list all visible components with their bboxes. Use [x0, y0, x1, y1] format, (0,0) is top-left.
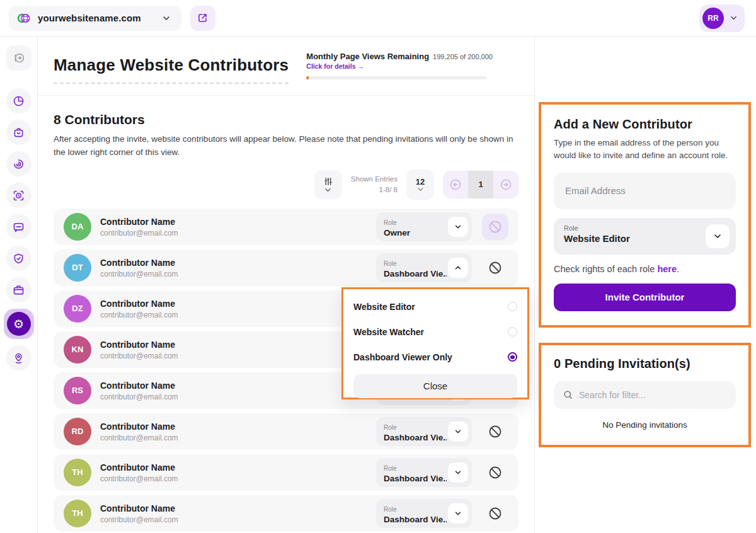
page-header: Manage Website Contributors Monthly Page…: [38, 37, 534, 96]
role-select[interactable]: Role Dashboard Vie...: [376, 253, 472, 282]
sidebar-item-monitoring[interactable]: [6, 183, 32, 208]
chevron-down-icon: [324, 188, 331, 193]
role-select[interactable]: Role Dashboard Vie...: [376, 499, 472, 528]
role-select[interactable]: Role Owner: [376, 212, 472, 241]
role-label: Role: [384, 465, 397, 472]
contributor-name: Contributor Name: [100, 503, 175, 513]
invite-contributor-button[interactable]: Invite Contributor: [554, 284, 736, 311]
page-size-select[interactable]: 12: [406, 169, 434, 200]
role-value: Dashboard Vie...: [384, 515, 447, 524]
sidebar-item-store[interactable]: [6, 120, 32, 145]
usage-title: Monthly Page Views Remaining: [306, 52, 429, 61]
role-select[interactable]: Role Dashboard Vie...: [376, 417, 472, 446]
user-menu[interactable]: RR: [699, 4, 745, 32]
contributor-email: contributor@email.com: [100, 474, 178, 483]
sidebar-item-analytics[interactable]: [6, 88, 32, 113]
contributor-email: contributor@email.com: [100, 352, 178, 360]
sidebar-item-security[interactable]: [6, 246, 32, 271]
avatar: RS: [64, 377, 91, 404]
avatar: DT: [64, 254, 91, 282]
chevron-down-icon: [161, 13, 171, 23]
panel-title: 0 Pending Invitation(s): [554, 357, 736, 371]
usage-progress-fill: [306, 76, 309, 79]
contributor-list: DA Contributor Namecontributor@email.com…: [54, 209, 518, 532]
avatar: TH: [64, 500, 91, 527]
pending-invitations-panel: 0 Pending Invitation(s) No Pending invit…: [539, 343, 751, 447]
role-value: Website Editor: [564, 233, 726, 244]
role-option-label: Website Editor: [353, 302, 415, 312]
remove-contributor-button[interactable]: [482, 418, 508, 445]
shield-check-icon: [12, 252, 25, 265]
globe-icon: [16, 11, 32, 26]
remove-contributor-button[interactable]: [482, 459, 508, 486]
close-button[interactable]: Close: [353, 374, 517, 398]
role-option-label: Dashboard Viewer Only: [353, 352, 452, 362]
external-link-icon: [197, 12, 209, 24]
panel-title: Add a New Contributor: [554, 117, 736, 132]
filter-button[interactable]: [314, 170, 342, 199]
sidebar-item-collapse[interactable]: [6, 45, 32, 71]
contributor-name: Contributor Name: [100, 217, 175, 227]
avatar: DA: [64, 213, 91, 241]
remove-contributor-button[interactable]: [482, 255, 508, 281]
shopping-bag-icon: [12, 126, 25, 139]
role-value: Dashboard Vie...: [384, 433, 447, 442]
shown-entries-label: Shown Entries: [351, 174, 398, 185]
chevron-up-icon: [448, 258, 468, 278]
sidebar-item-messages[interactable]: [6, 214, 32, 239]
sidebar-item-location[interactable]: [6, 345, 32, 370]
pagination: 1: [443, 171, 518, 198]
role-option-website-editor[interactable]: Website Editor: [353, 294, 517, 319]
next-page-button[interactable]: [493, 171, 518, 198]
email-field[interactable]: [554, 173, 736, 209]
right-column: Add a New Contributor Type in the email …: [534, 37, 756, 533]
role-popup: Website Editor Website Watcher Dashboard…: [341, 287, 529, 399]
avatar: DZ: [64, 295, 91, 323]
chevron-down-icon: [448, 421, 468, 442]
usage-details-link[interactable]: Click for details →: [306, 62, 486, 70]
scan-focus-icon: [12, 189, 25, 202]
remove-contributor-button[interactable]: [482, 214, 508, 240]
contributor-email: contributor@email.com: [100, 393, 178, 401]
avatar: KN: [64, 336, 91, 364]
usage-progress-bar: [306, 76, 486, 79]
radio-icon[interactable]: [508, 327, 517, 336]
role-option-website-watcher[interactable]: Website Watcher: [353, 319, 517, 345]
contributor-name: Contributor Name: [100, 381, 175, 391]
remove-contributor-button[interactable]: [482, 500, 508, 527]
role-value: Dashboard Vie...: [384, 269, 447, 278]
radio-icon[interactable]: [508, 302, 517, 311]
role-label: Role: [564, 224, 726, 232]
shown-entries-value: 1-8/ 8: [351, 185, 398, 195]
page-title: Manage Website Contributors: [54, 55, 289, 84]
sidebar-item-business[interactable]: [6, 277, 32, 302]
role-label: Role: [384, 424, 397, 431]
contributors-section: 8 Contributors After accepting the invit…: [38, 96, 534, 532]
check-rights-text: Check rights of each role here.: [554, 264, 736, 274]
sidebar-item-performance[interactable]: [6, 151, 32, 176]
contributor-email: contributor@email.com: [100, 229, 178, 238]
chevron-down-icon: [448, 503, 468, 524]
usage-value: 199,205 of 200,000: [433, 53, 493, 60]
sidebar-item-settings[interactable]: ⚙: [4, 309, 34, 339]
search-input[interactable]: [579, 390, 727, 400]
add-contributor-panel: Add a New Contributor Type in the email …: [539, 102, 751, 328]
radio-icon[interactable]: [508, 352, 517, 362]
prev-page-button[interactable]: [443, 171, 468, 198]
role-label: Role: [384, 260, 397, 267]
rights-link[interactable]: here: [657, 264, 677, 274]
open-website-button[interactable]: [190, 6, 215, 31]
search-icon: [563, 389, 573, 400]
role-select[interactable]: Role Website Editor: [554, 218, 736, 255]
current-page: 1: [468, 171, 493, 198]
table-row: TH Contributor Namecontributor@email.com…: [54, 495, 518, 532]
role-value: Owner: [384, 228, 447, 238]
role-option-dashboard-viewer-only[interactable]: Dashboard Viewer Only: [353, 345, 517, 370]
usage-widget: Monthly Page Views Remaining 199,205 of …: [306, 52, 486, 79]
role-select[interactable]: Role Dashboard Vie...: [376, 458, 472, 487]
panel-description: Type in the email address of the person …: [554, 137, 736, 163]
table-row: RD Contributor Namecontributor@email.com…: [54, 413, 518, 450]
website-selector[interactable]: yourwebsitename.com: [9, 6, 181, 31]
avatar: RD: [64, 418, 91, 445]
role-value: Dashboard Vie...: [384, 474, 447, 483]
